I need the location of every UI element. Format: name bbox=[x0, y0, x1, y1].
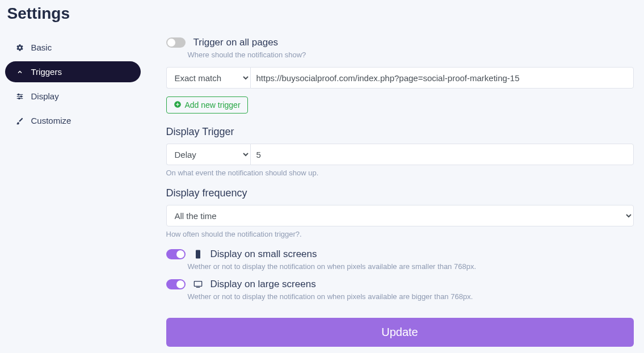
trigger-all-pages-toggle[interactable] bbox=[166, 37, 186, 48]
match-type-select[interactable]: Exact match bbox=[166, 67, 250, 89]
page-title: Settings bbox=[7, 5, 639, 23]
sidebar-item-label: Basic bbox=[31, 43, 52, 52]
display-trigger-heading: Display Trigger bbox=[166, 126, 634, 138]
display-trigger-value-input[interactable] bbox=[250, 144, 634, 165]
add-trigger-button[interactable]: Add new trigger bbox=[166, 96, 248, 114]
display-frequency-heading: Display frequency bbox=[166, 187, 634, 199]
svg-rect-10 bbox=[194, 281, 201, 287]
display-frequency-select[interactable]: All the time bbox=[166, 205, 634, 226]
settings-sidebar: Basic Triggers Display Customize bbox=[5, 37, 149, 135]
sidebar-item-basic[interactable]: Basic bbox=[5, 37, 141, 58]
sliders-icon bbox=[15, 93, 24, 100]
chevron-up-icon bbox=[15, 69, 24, 75]
trigger-url-input[interactable] bbox=[250, 67, 634, 89]
sidebar-item-label: Display bbox=[31, 91, 59, 101]
trigger-all-pages-hint: Where should the notification show? bbox=[188, 51, 634, 59]
large-screens-hint: Wether or not to display the notificatio… bbox=[188, 292, 634, 301]
plus-circle-icon bbox=[174, 100, 182, 110]
trigger-rule-group: Exact match bbox=[166, 67, 634, 89]
settings-main: Trigger on all pages Where should the no… bbox=[149, 37, 639, 347]
svg-point-4 bbox=[20, 95, 22, 96]
display-trigger-hint: On what event the notification should sh… bbox=[166, 169, 634, 177]
desktop-icon bbox=[193, 280, 203, 288]
large-screens-toggle[interactable] bbox=[166, 279, 186, 289]
gear-icon bbox=[15, 44, 24, 52]
brush-icon bbox=[15, 117, 24, 125]
display-trigger-group: Delay bbox=[166, 144, 634, 165]
display-frequency-hint: How often should the notification trigge… bbox=[166, 230, 634, 238]
small-screens-toggle[interactable] bbox=[166, 249, 186, 259]
small-screens-hint: Wether or not to display the notificatio… bbox=[188, 262, 634, 271]
svg-point-3 bbox=[18, 94, 19, 95]
sidebar-item-triggers[interactable]: Triggers bbox=[5, 61, 141, 82]
svg-point-5 bbox=[18, 98, 19, 99]
add-trigger-label: Add new trigger bbox=[185, 100, 241, 110]
sidebar-item-label: Triggers bbox=[31, 67, 62, 77]
svg-rect-9 bbox=[196, 250, 200, 258]
trigger-all-pages-label: Trigger on all pages bbox=[193, 37, 279, 48]
update-button[interactable]: Update bbox=[166, 318, 634, 347]
small-screens-label: Display on small screens bbox=[211, 249, 317, 260]
display-trigger-type-select[interactable]: Delay bbox=[166, 144, 250, 165]
large-screens-label: Display on large screens bbox=[211, 279, 316, 290]
sidebar-item-label: Customize bbox=[31, 116, 71, 125]
sidebar-item-display[interactable]: Display bbox=[5, 86, 141, 107]
mobile-icon bbox=[193, 250, 203, 259]
sidebar-item-customize[interactable]: Customize bbox=[5, 110, 141, 131]
